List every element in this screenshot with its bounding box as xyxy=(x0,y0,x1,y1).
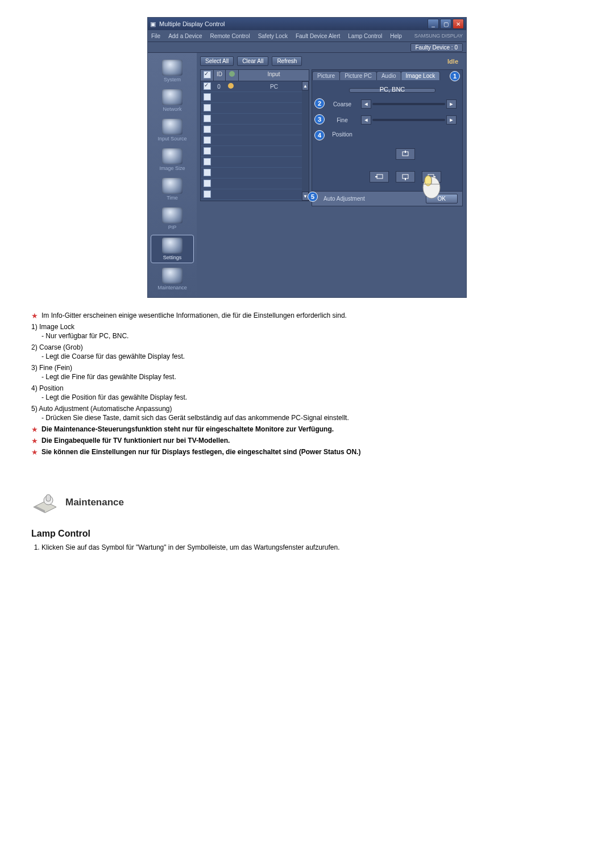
sidebar-item-pip[interactable]: PIP xyxy=(151,205,193,232)
row-checkbox[interactable] xyxy=(204,169,211,176)
table-row[interactable] xyxy=(201,135,309,146)
svg-rect-15 xyxy=(46,495,51,501)
warning-text: Die Maintenance-Steuerungsfunktion steht… xyxy=(42,425,334,433)
tab-audio[interactable]: Audio xyxy=(376,71,401,80)
sidebar-label: Settings xyxy=(163,255,182,260)
row-checkbox[interactable] xyxy=(204,93,211,101)
arrow-left-icon[interactable]: ◄ xyxy=(361,99,371,109)
sidebar-item-settings[interactable]: Settings xyxy=(151,235,194,263)
sidebar-item-maintenance[interactable]: Maintenance xyxy=(151,265,193,293)
status-idle: Idle xyxy=(447,58,463,65)
maintenance-icon xyxy=(31,491,59,514)
menu-help[interactable]: Help xyxy=(390,33,402,39)
callout-1: 1 xyxy=(450,71,460,81)
menu-fault-alert[interactable]: Fault Device Alert xyxy=(296,33,340,39)
warning-line: ★Die Maintenance-Steuerungsfunktion steh… xyxy=(31,425,583,434)
sidebar-label: Input Source xyxy=(157,136,186,142)
row-checkbox[interactable] xyxy=(204,104,211,111)
scroll-up-icon[interactable]: ▲ xyxy=(302,81,309,90)
coarse-slider[interactable]: ◄ ► xyxy=(361,99,457,109)
minimize-button[interactable]: _ xyxy=(428,19,439,29)
menubar: File Add a Device Remote Control Safety … xyxy=(148,30,466,42)
sidebar-item-input-source[interactable]: Input Source xyxy=(151,117,193,144)
mouse-cursor-icon xyxy=(418,173,445,200)
sidebar-item-time[interactable]: Time xyxy=(151,176,193,203)
row-checkbox[interactable] xyxy=(204,82,211,90)
row-checkbox[interactable] xyxy=(204,115,211,122)
table-row[interactable] xyxy=(201,124,309,135)
note-item: 4) Position xyxy=(31,384,583,392)
lamp-control-heading: Lamp Control xyxy=(31,529,583,539)
sidebar-item-image-size[interactable]: Image Size xyxy=(151,146,193,173)
arrow-right-icon[interactable]: ► xyxy=(446,99,457,109)
scrollbar[interactable]: ▲ ▼ xyxy=(302,81,309,201)
note-intro: Im Info-Gitter erscheinen einige wesentl… xyxy=(42,312,347,319)
row-checkbox[interactable] xyxy=(204,126,211,133)
warning-text: Sie können die Einstellungen nur für Dis… xyxy=(42,448,360,456)
callout-4: 4 xyxy=(314,130,325,140)
tab-picture-pc[interactable]: Picture PC xyxy=(339,71,377,80)
callout-2: 2 xyxy=(314,98,325,109)
svg-rect-3 xyxy=(375,176,377,177)
device-list: ID Input 0PC ▲ ▼ xyxy=(200,69,309,201)
time-icon xyxy=(162,178,182,194)
row-checkbox[interactable] xyxy=(204,180,211,187)
header-checkbox-icon[interactable] xyxy=(204,71,211,78)
status-dot-icon xyxy=(228,83,234,89)
table-row[interactable]: 0PC xyxy=(201,81,309,92)
auto-adjust-label: Auto Adjustment xyxy=(323,196,365,202)
refresh-button[interactable]: Refresh xyxy=(272,56,302,66)
tabs: Picture Picture PC Audio Image Lock xyxy=(312,70,462,80)
row-checkbox[interactable] xyxy=(204,147,211,155)
main-panel: Select All Clear All Refresh Idle ID Inp… xyxy=(197,53,466,297)
sidebar-label: Time xyxy=(167,195,178,201)
position-left-button[interactable] xyxy=(370,171,389,182)
callout-3: 3 xyxy=(314,114,325,124)
tab-picture[interactable]: Picture xyxy=(312,71,340,80)
row-checkbox[interactable] xyxy=(204,190,211,198)
maintenance-heading: Maintenance xyxy=(65,497,124,508)
header-status-icon xyxy=(229,71,235,77)
position-down-button[interactable] xyxy=(396,171,415,182)
table-row[interactable] xyxy=(201,103,309,114)
table-row[interactable] xyxy=(201,92,309,103)
arrow-right-icon[interactable]: ► xyxy=(446,115,457,124)
maintenance-header: Maintenance xyxy=(31,491,583,514)
app-icon: ▣ xyxy=(150,20,156,28)
table-row[interactable] xyxy=(201,168,309,178)
menu-safety-lock[interactable]: Safety Lock xyxy=(258,33,288,39)
lamp-control-steps: Klicken Sie auf das Symbol für "Wartung"… xyxy=(42,543,583,551)
row-checkbox[interactable] xyxy=(204,136,211,144)
star-icon: ★ xyxy=(31,312,38,321)
table-row[interactable] xyxy=(201,157,309,168)
menu-remote-control[interactable]: Remote Control xyxy=(210,33,250,39)
select-all-button[interactable]: Select All xyxy=(200,56,234,66)
sidebar-label: System xyxy=(164,77,181,82)
table-row[interactable] xyxy=(201,178,309,189)
source-text: PC, BNC xyxy=(328,86,457,93)
table-row[interactable] xyxy=(201,189,309,200)
menu-add-device[interactable]: Add a Device xyxy=(168,33,202,39)
position-up-button[interactable] xyxy=(396,148,415,160)
svg-rect-2 xyxy=(377,175,383,178)
system-icon xyxy=(162,60,182,76)
row-checkbox[interactable] xyxy=(204,158,211,165)
table-row[interactable] xyxy=(201,114,309,124)
sidebar-label: Network xyxy=(163,106,181,112)
notes: ★ Im Info-Gitter erscheinen einige wesen… xyxy=(31,312,583,457)
maximize-button[interactable]: ▢ xyxy=(440,19,451,29)
header-id: ID xyxy=(214,70,226,81)
close-button[interactable]: ✕ xyxy=(453,19,464,29)
sidebar-item-system[interactable]: System xyxy=(151,57,193,85)
fine-label: Fine xyxy=(328,117,356,123)
fine-slider[interactable]: ◄ ► xyxy=(361,115,457,124)
menu-lamp-control[interactable]: Lamp Control xyxy=(348,33,382,39)
menu-file[interactable]: File xyxy=(151,33,160,39)
sidebar-item-network[interactable]: Network xyxy=(151,87,193,114)
star-icon: ★ xyxy=(31,448,38,457)
arrow-left-icon[interactable]: ◄ xyxy=(361,115,371,124)
step-1: Klicken Sie auf das Symbol für "Wartung"… xyxy=(42,543,583,551)
clear-all-button[interactable]: Clear All xyxy=(237,56,268,66)
table-row[interactable] xyxy=(201,146,309,157)
tab-image-lock[interactable]: Image Lock xyxy=(401,71,441,80)
